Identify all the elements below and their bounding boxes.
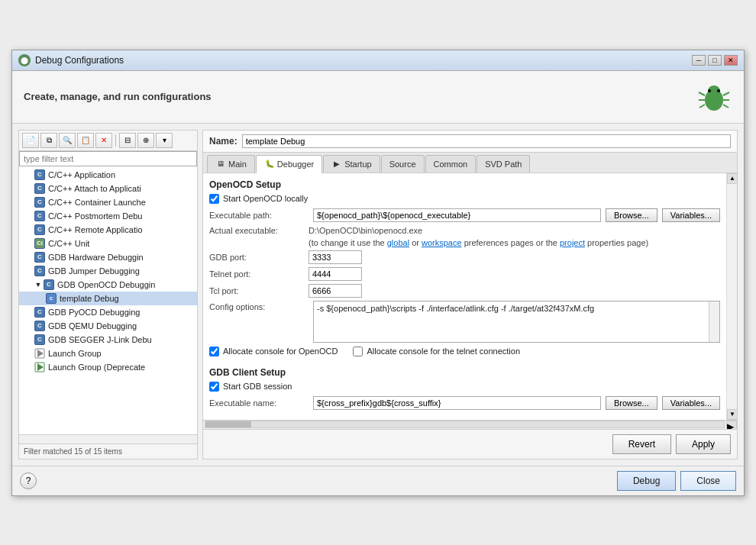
global-link[interactable]: global [387, 238, 409, 247]
change-info-row: (to change it use the global or workspac… [209, 238, 720, 247]
h-scroll-track[interactable] [205, 421, 725, 428]
delete-button[interactable]: ✕ [95, 133, 112, 148]
tree-item-cpp-postmortem[interactable]: C C/C++ Postmortem Debu [19, 209, 197, 223]
tab-main-label: Main [228, 160, 247, 169]
svg-marker-13 [37, 363, 44, 371]
tree-item-gdb-qemu[interactable]: C GDB QEMU Debugging [19, 319, 197, 333]
filter-input[interactable] [19, 151, 197, 166]
debug-button[interactable]: Debug [617, 471, 676, 491]
tree-item-cpp-attach[interactable]: C C/C++ Attach to Applicati [19, 182, 197, 195]
right-scrollbar[interactable]: ▲ ▼ [726, 173, 737, 420]
debug-configurations-dialog: ⬤ Debug Configurations ─ □ ✕ Create, man… [11, 50, 745, 496]
cpp-icon: C [34, 183, 45, 194]
config-options-label: Config options: [209, 301, 309, 311]
telnet-port-input[interactable] [309, 267, 362, 281]
close-window-button[interactable]: ✕ [724, 55, 738, 66]
executable-path-input[interactable] [313, 208, 601, 222]
variables-executable-button[interactable]: Variables... [662, 208, 720, 222]
gdb-port-input[interactable] [309, 250, 362, 264]
help-button[interactable]: ? [20, 472, 37, 489]
scroll-up-button[interactable]: ▲ [727, 173, 737, 184]
start-openocd-label: Start OpenOCD locally [223, 194, 308, 203]
executable-path-row: Executable path: Browse... Variables... [209, 208, 720, 222]
expand-all-button[interactable]: ⊟ [119, 133, 136, 148]
tree-item-cpp-remote[interactable]: C C/C++ Remote Applicatio [19, 223, 197, 237]
tree-item-launch-group-deprecated[interactable]: Launch Group (Deprecate [19, 360, 197, 374]
dialog-subtitle: Create, manage, and run configurations [24, 91, 212, 102]
apply-button[interactable]: Apply [676, 434, 731, 454]
config-name-input[interactable] [242, 134, 731, 148]
browse-gdb-button[interactable]: Browse... [606, 396, 657, 410]
h-scroll-right-btn[interactable]: ▶ [726, 421, 737, 428]
config-options-right: -s ${openocd_path}\scripts -f ./interfac… [313, 301, 720, 343]
tree-item-cpp-unit[interactable]: Ci C/C++ Unit [19, 237, 197, 250]
tree-item-template-debug[interactable]: c template Debug [19, 292, 197, 305]
revert-button[interactable]: Revert [612, 434, 671, 454]
copy-button[interactable]: 📋 [77, 133, 94, 148]
start-gdb-label: Start GDB session [223, 382, 292, 391]
gdb-section-title: GDB Client Setup [209, 367, 720, 378]
tree-item-launch-group[interactable]: Launch Group [19, 347, 197, 360]
allocate-console-checkbox[interactable] [209, 347, 219, 356]
project-link[interactable]: project [560, 238, 585, 247]
tree-item-cpp-app[interactable]: C C/C++ Application [19, 168, 197, 182]
horizontal-scrollbar[interactable]: ▶ [203, 420, 737, 429]
actual-executable-row: Actual executable: D:\OpenOCD\bin\openoc… [209, 226, 720, 235]
new-config-button[interactable]: 📄 [22, 133, 39, 148]
executable-name-label: Executable name: [209, 398, 309, 408]
start-gdb-row: Start GDB session [209, 382, 720, 392]
executable-path-label: Executable path: [209, 211, 309, 220]
tree-item-cpp-container[interactable]: C C/C++ Container Launche [19, 195, 197, 209]
variables-gdb-button[interactable]: Variables... [662, 396, 720, 410]
more-button[interactable]: ▾ [156, 133, 173, 148]
tab-common[interactable]: Common [425, 155, 477, 173]
tree-item-gdb-hardware[interactable]: C GDB Hardware Debuggin [19, 250, 197, 264]
config-options-row: Config options: -s ${openocd_path}\scrip… [209, 301, 720, 343]
browse-executable-button[interactable]: Browse... [606, 208, 657, 222]
cpp-icon: C [34, 224, 45, 235]
h-scroll-thumb[interactable] [205, 421, 251, 427]
start-openocd-checkbox[interactable] [209, 194, 219, 204]
duplicate-button[interactable]: ⧉ [40, 133, 57, 148]
left-scrollbar[interactable] [19, 434, 197, 443]
minimize-button[interactable]: ─ [692, 55, 706, 66]
tree-item-label: GDB QEMU Debugging [48, 321, 137, 331]
maximize-button[interactable]: □ [708, 55, 722, 66]
scroll-track[interactable] [727, 184, 737, 409]
allocate-telnet-checkbox[interactable] [353, 347, 363, 356]
tab-debugger[interactable]: 🐛 Debugger [256, 155, 322, 173]
tab-svd-path[interactable]: SVD Path [477, 155, 530, 173]
start-gdb-checkbox[interactable] [209, 382, 219, 392]
scroll-down-button[interactable]: ▼ [727, 409, 737, 420]
allocate-telnet-row: Allocate console for the telnet connecti… [353, 347, 520, 356]
tree-item-gdb-jumper[interactable]: C GDB Jumper Debugging [19, 264, 197, 278]
workspace-link[interactable]: workspace [422, 238, 462, 247]
executable-name-input[interactable] [313, 396, 601, 410]
tree-item-gdb-segger[interactable]: C GDB SEGGER J-Link Debu [19, 333, 197, 347]
collapse-more-button[interactable]: ⊕ [137, 133, 154, 148]
allocate-console-row: Allocate console for OpenOCD [209, 347, 338, 356]
tcl-port-input[interactable] [309, 284, 362, 298]
bug-icon [696, 79, 732, 115]
svg-marker-11 [37, 350, 44, 357]
actual-executable-label: Actual executable: [209, 226, 309, 235]
tree-item-gdb-pyocd[interactable]: C GDB PyOCD Debugging [19, 305, 197, 319]
gdb-port-label: GDB port: [209, 253, 309, 262]
tab-source[interactable]: Source [381, 155, 425, 173]
tree-item-label: GDB SEGGER J-Link Debu [48, 335, 152, 344]
title-bar-controls: ─ □ ✕ [692, 55, 738, 66]
cpp-icon: c [46, 293, 57, 304]
change-info-text: (to change it use the global or workspac… [209, 238, 648, 247]
close-button[interactable]: Close [680, 471, 736, 491]
tree-item-label: C/C++ Application [48, 170, 115, 179]
tabs-bar: 🖥 Main 🐛 Debugger ▶ Startup Source Commo… [203, 153, 737, 173]
tab-startup[interactable]: ▶ Startup [323, 155, 380, 173]
config-options-scrollbar[interactable] [709, 302, 719, 342]
tree-item-label: template Debug [60, 294, 119, 303]
tab-main[interactable]: 🖥 Main [207, 155, 255, 173]
cpp-icon: C [34, 252, 45, 263]
right-content-wrapper: OpenOCD Setup Start OpenOCD locally Exec… [203, 173, 737, 420]
search-config-button[interactable]: 🔍 [59, 133, 76, 148]
tree-item-gdb-openocd[interactable]: ▼ C GDB OpenOCD Debuggin [19, 278, 197, 292]
executable-name-row: Executable name: Browse... Variables... [209, 396, 720, 410]
